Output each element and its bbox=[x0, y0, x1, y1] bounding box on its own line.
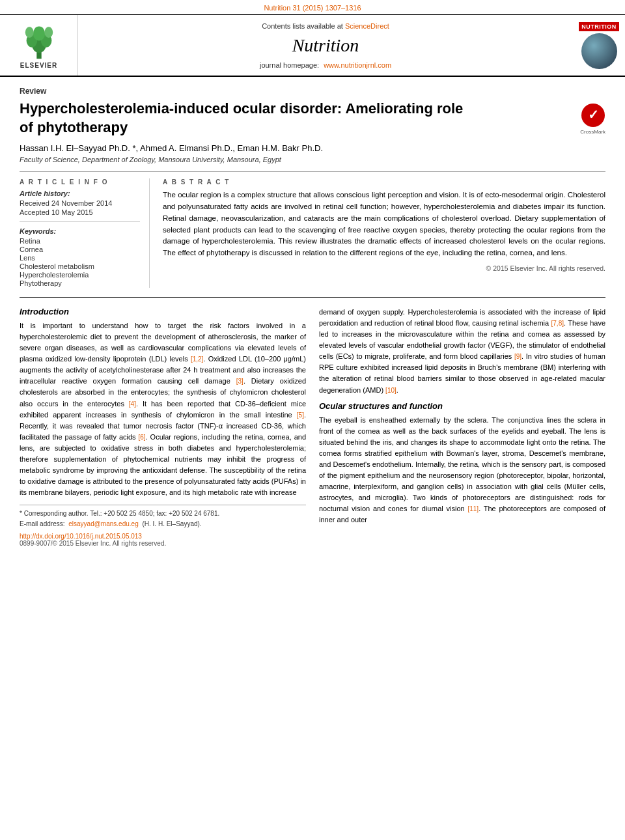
article-title: Hypercholesterolemia-induced ocular diso… bbox=[20, 100, 475, 137]
elsevier-logo-area: ELSEVIER bbox=[0, 15, 78, 76]
body-right-column: demand of oxygen supply. Hypercholestero… bbox=[319, 307, 605, 547]
ref-6: [6] bbox=[139, 434, 146, 441]
introduction-heading: Introduction bbox=[20, 307, 306, 316]
ocular-body-text: The eyeball is ensheathed externally by … bbox=[319, 415, 605, 525]
ref-10: [10] bbox=[385, 387, 396, 394]
keyword-hypercholesterolemia: Hypercholesterolemia bbox=[20, 271, 140, 279]
ref-4: [4] bbox=[129, 400, 136, 408]
article-info-abstract-section: A R T I C L E I N F O Article history: R… bbox=[20, 171, 605, 288]
elsevier-label: ELSEVIER bbox=[20, 62, 57, 69]
keyword-cornea: Cornea bbox=[20, 245, 140, 253]
keyword-phytotherapy: Phytotherapy bbox=[20, 279, 140, 287]
abstract-text: The ocular region is a complex structure… bbox=[163, 189, 605, 259]
homepage-url[interactable]: www.nutritionjrnl.com bbox=[324, 61, 391, 69]
ref-7-8: [7,8] bbox=[551, 320, 564, 327]
article-info-column: A R T I C L E I N F O Article history: R… bbox=[20, 178, 150, 288]
contents-available-line: Contents lists available at ScienceDirec… bbox=[262, 22, 389, 30]
crossmark-icon: ✓ bbox=[581, 103, 605, 128]
body-left-column: Introduction It is important to understa… bbox=[20, 307, 306, 547]
footnote-corresponding: * Corresponding author. Tel.: +20 502 25… bbox=[20, 509, 306, 518]
received-date: Received 24 November 2014 bbox=[20, 199, 140, 207]
crossmark-label: CrossMark bbox=[580, 129, 605, 135]
page: Nutrition 31 (2015) 1307–1316 ELSEVIER bbox=[0, 0, 625, 553]
article-info-heading: A R T I C L E I N F O bbox=[20, 178, 140, 186]
review-label: Review bbox=[20, 87, 605, 96]
keywords-label: Keywords: bbox=[20, 227, 140, 235]
nutrition-badge: NUTRITION bbox=[579, 22, 619, 31]
footnote-name: (H. I. H. El–Sayyad). bbox=[142, 520, 201, 527]
keyword-lens: Lens bbox=[20, 254, 140, 262]
keyword-cholesterol: Cholesterol metabolism bbox=[20, 262, 140, 270]
ref-3: [3] bbox=[236, 378, 243, 385]
accepted-date: Accepted 10 May 2015 bbox=[20, 208, 140, 216]
journal-header-center: Contents lists available at ScienceDirec… bbox=[78, 15, 573, 76]
intro-body-text: It is important to understand how to tar… bbox=[20, 320, 306, 498]
affiliation: Faculty of Science, Department of Zoolog… bbox=[20, 156, 605, 163]
journal-header: ELSEVIER Contents lists available at Sci… bbox=[0, 15, 625, 77]
homepage-label: journal homepage: bbox=[260, 61, 319, 69]
info-divider bbox=[20, 221, 140, 222]
doi-link[interactable]: http://dx.doi.org/10.1016/j.nut.2015.05.… bbox=[20, 533, 306, 540]
svg-point-6 bbox=[44, 27, 53, 38]
abstract-heading: A B S T R A C T bbox=[163, 178, 605, 186]
contents-available-text: Contents lists available at bbox=[262, 22, 343, 30]
ref-9: [9] bbox=[514, 353, 521, 360]
authors: Hassan I.H. El–Sayyad Ph.D. *, Ahmed A. … bbox=[20, 143, 605, 153]
journal-citation: Nutrition 31 (2015) 1307–1316 bbox=[264, 4, 361, 12]
keyword-retina: Retina bbox=[20, 237, 140, 245]
footnote-area: * Corresponding author. Tel.: +20 502 25… bbox=[20, 505, 306, 547]
abstract-column: A B S T R A C T The ocular region is a c… bbox=[163, 178, 605, 288]
main-content: Review Hypercholesterolemia-induced ocul… bbox=[0, 77, 625, 553]
ref-11: [11] bbox=[467, 505, 479, 512]
svg-text:✓: ✓ bbox=[587, 107, 598, 122]
body-section: Introduction It is important to understa… bbox=[20, 297, 605, 547]
article-history-label: Article history: bbox=[20, 189, 140, 197]
ref-5: [5] bbox=[297, 412, 304, 419]
ocular-structures-heading: Ocular structures and function bbox=[319, 401, 605, 411]
journal-citation-bar: Nutrition 31 (2015) 1307–1316 bbox=[0, 0, 625, 15]
footnote-email-line: E-mail address: elsayyad@mans.edu.eg (H.… bbox=[20, 520, 306, 529]
crossmark-area: ✓ CrossMark bbox=[580, 103, 605, 135]
ref-1-2: [1,2] bbox=[191, 356, 203, 363]
nutrition-globe-icon bbox=[581, 33, 617, 69]
sciencedirect-link[interactable]: ScienceDirect bbox=[345, 22, 389, 30]
elsevier-tree-icon bbox=[20, 21, 59, 61]
journal-header-right: NUTRITION bbox=[573, 15, 625, 76]
footer-copyright: 0899-9007/© 2015 Elsevier Inc. All right… bbox=[20, 540, 306, 547]
journal-title: Nutrition bbox=[292, 35, 359, 56]
svg-point-5 bbox=[25, 27, 33, 38]
svg-point-4 bbox=[33, 26, 44, 40]
title-crossmark-row: Hypercholesterolemia-induced ocular diso… bbox=[20, 100, 605, 143]
journal-homepage-line: journal homepage: www.nutritionjrnl.com bbox=[260, 61, 391, 69]
footnote-email-label: E-mail address: bbox=[20, 520, 64, 527]
footnote-email[interactable]: elsayyad@mans.edu.eg bbox=[68, 520, 138, 527]
copyright-text: © 2015 Elsevier Inc. All rights reserved… bbox=[163, 264, 605, 272]
right-intro-text: demand of oxygen supply. Hypercholestero… bbox=[319, 307, 605, 395]
elsevier-logo: ELSEVIER bbox=[20, 21, 59, 69]
